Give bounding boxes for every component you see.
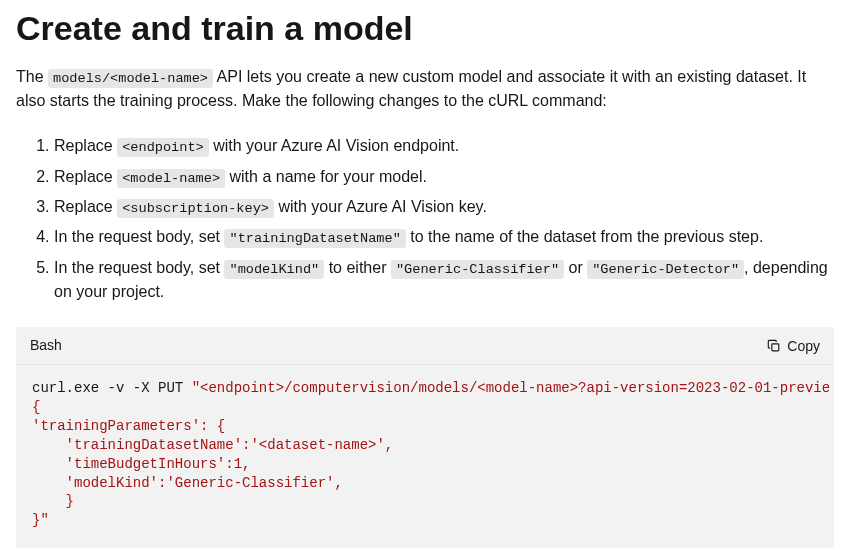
placeholder-code: "Generic-Classifier"	[391, 260, 564, 279]
placeholder-code: <subscription-key>	[117, 199, 274, 218]
placeholder-code: "modelKind"	[224, 260, 324, 279]
step-text: with your Azure AI Vision endpoint.	[209, 137, 460, 154]
intro-paragraph: The models/<model-name> API lets you cre…	[16, 65, 834, 113]
code-string: "<endpoint>/computervision/models/<model…	[192, 380, 831, 396]
svg-rect-0	[772, 343, 779, 350]
step-text: Replace	[54, 168, 117, 185]
list-item: Replace <endpoint> with your Azure AI Vi…	[54, 131, 834, 161]
code-header: Bash Copy	[16, 327, 834, 365]
step-text: or	[564, 259, 587, 276]
code-block: Bash Copy curl.exe -v -X PUT "<endpoint>…	[16, 327, 834, 548]
step-text: with your Azure AI Vision key.	[274, 198, 487, 215]
list-item: In the request body, set "modelKind" to …	[54, 253, 834, 307]
placeholder-code: "trainingDatasetName"	[224, 229, 405, 248]
code-content[interactable]: curl.exe -v -X PUT "<endpoint>/computerv…	[16, 365, 834, 548]
intro-text-pre: The	[16, 68, 48, 85]
list-item: Replace <model-name> with a name for you…	[54, 162, 834, 192]
api-path-code: models/<model-name>	[48, 69, 213, 88]
code-string: { 'trainingParameters': { 'trainingDatas…	[32, 399, 393, 528]
page-title: Create and train a model	[16, 8, 834, 49]
placeholder-code: "Generic-Detector"	[587, 260, 744, 279]
list-item: Replace <subscription-key> with your Azu…	[54, 192, 834, 222]
copy-button[interactable]: Copy	[767, 338, 820, 354]
placeholder-code: <endpoint>	[117, 138, 209, 157]
code-language-label: Bash	[30, 335, 62, 356]
code-command: curl.exe -v -X PUT	[32, 380, 192, 396]
step-text: with a name for your model.	[225, 168, 427, 185]
steps-list: Replace <endpoint> with your Azure AI Vi…	[16, 131, 834, 307]
step-text: to the name of the dataset from the prev…	[406, 228, 764, 245]
copy-button-label: Copy	[787, 338, 820, 354]
copy-icon	[767, 339, 781, 353]
list-item: In the request body, set "trainingDatase…	[54, 222, 834, 252]
step-text: In the request body, set	[54, 259, 224, 276]
step-text: Replace	[54, 137, 117, 154]
step-text: Replace	[54, 198, 117, 215]
step-text: In the request body, set	[54, 228, 224, 245]
placeholder-code: <model-name>	[117, 169, 225, 188]
step-text: to either	[324, 259, 391, 276]
